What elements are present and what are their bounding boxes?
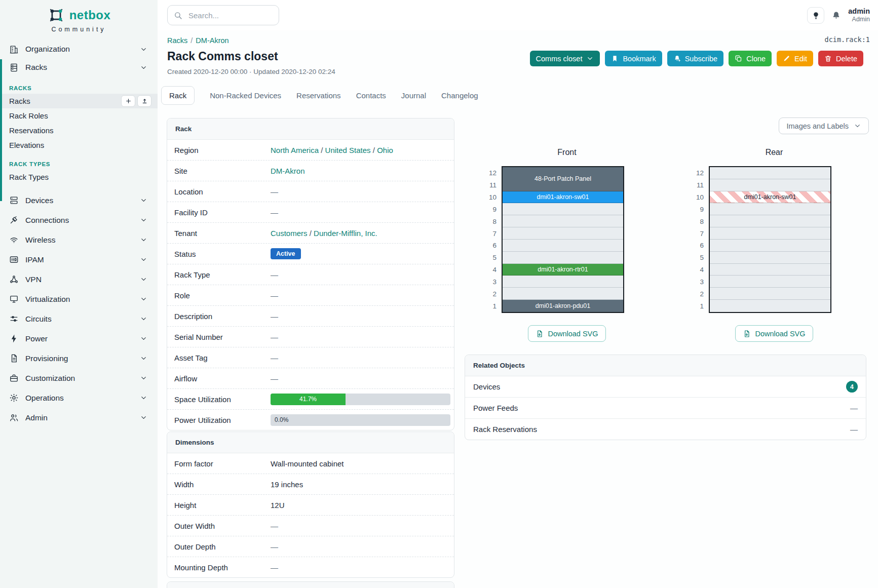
rack-panel-body: RegionNorth America / United States / Oh… bbox=[167, 140, 454, 430]
chevron-down-icon bbox=[140, 374, 147, 382]
tab-non-racked-devices[interactable]: Non-Racked Devices bbox=[210, 87, 281, 104]
sidebar-item-rack-types[interactable]: Rack Types bbox=[0, 170, 158, 184]
field-row-rack-type: Rack Type— bbox=[167, 264, 454, 285]
sidebar-item-admin[interactable]: Admin bbox=[0, 408, 158, 427]
edit-button[interactable]: Edit bbox=[777, 51, 813, 66]
sidebar-item-reservations[interactable]: Reservations bbox=[0, 123, 158, 138]
object-identifier: dcim.rack:1 bbox=[825, 35, 870, 44]
power-utilization-bar: 0.0% bbox=[271, 414, 450, 426]
field-row-site: SiteDM-Akron bbox=[167, 160, 454, 181]
brand-tagline: Community bbox=[0, 26, 158, 33]
user-role: Admin bbox=[848, 16, 870, 23]
import-racks-button[interactable] bbox=[137, 95, 151, 107]
delete-button[interactable]: Delete bbox=[818, 51, 863, 66]
sidebar-item-ipam[interactable]: IPAM bbox=[0, 250, 158, 269]
dimensions-panel: Dimensions Form factorWall-mounted cabin… bbox=[167, 432, 454, 578]
region-link[interactable]: North America bbox=[271, 146, 319, 154]
file-download-icon bbox=[536, 330, 544, 338]
search-input[interactable] bbox=[187, 11, 265, 20]
sidebar-item-organization[interactable]: Organization bbox=[0, 40, 158, 58]
tab-journal[interactable]: Journal bbox=[401, 87, 426, 104]
rack-panel-title: Rack bbox=[167, 119, 454, 140]
site-link[interactable]: DM-Akron bbox=[271, 167, 305, 175]
action-buttons: Comms closetBookmarkSubscribeCloneEditDe… bbox=[530, 51, 863, 66]
tenant-link[interactable]: Customers bbox=[271, 229, 308, 238]
field-row-region: RegionNorth America / United States / Oh… bbox=[167, 140, 454, 160]
clone-button[interactable]: Clone bbox=[729, 51, 772, 66]
count-badge: 4 bbox=[846, 381, 858, 393]
subscribe-button[interactable]: Subscribe bbox=[667, 51, 723, 66]
notifications-bell-icon[interactable] bbox=[831, 11, 841, 20]
trash-icon bbox=[824, 55, 832, 62]
unit-number: 1 bbox=[689, 300, 709, 312]
field-row-outer-depth: Outer Depth— bbox=[167, 536, 454, 557]
sliders-icon bbox=[9, 314, 19, 324]
rack-name-menu-button[interactable]: Comms closet bbox=[530, 51, 600, 66]
sidebar-item-customization[interactable]: Customization bbox=[0, 368, 158, 388]
user-menu[interactable]: admin Admin bbox=[848, 7, 870, 23]
rack-slot-empty bbox=[710, 215, 830, 227]
chevron-down-icon bbox=[140, 276, 147, 283]
gear-icon bbox=[9, 393, 19, 403]
upload-icon bbox=[141, 98, 148, 104]
sidebar-item-virtualization[interactable]: Virtualization bbox=[0, 289, 158, 309]
rack-device-dmi01-akron-rtr01[interactable]: dmi01-akron-rtr01 bbox=[503, 264, 623, 276]
rack-device-dmi01-akron-pdu01[interactable]: dmi01-akron-pdu01 bbox=[503, 300, 623, 312]
tab-contacts[interactable]: Contacts bbox=[356, 87, 386, 104]
unit-number: 10 bbox=[481, 191, 502, 204]
next-panel-cutoff bbox=[167, 581, 454, 588]
sidebar-item-power[interactable]: Power bbox=[0, 329, 158, 348]
search-icon bbox=[174, 11, 182, 20]
sidebar-item-operations[interactable]: Operations bbox=[0, 388, 158, 408]
rack-slot-empty bbox=[503, 252, 623, 264]
dimensions-panel-body: Form factorWall-mounted cabinetWidth19 i… bbox=[167, 453, 454, 577]
elevation-rear: Rear 121110987654321 dmi01-akron-sw01 Do… bbox=[689, 148, 835, 342]
rack-icon bbox=[9, 63, 19, 72]
tab-rack[interactable]: Rack bbox=[161, 86, 195, 105]
sidebar-item-devices[interactable]: Devices bbox=[0, 190, 158, 210]
brand-name: netbox bbox=[69, 8, 111, 22]
tenant-link[interactable]: Dunder-Mifflin, Inc. bbox=[314, 229, 377, 238]
chevron-down-icon bbox=[140, 355, 147, 362]
status-badge: Active bbox=[271, 248, 301, 259]
rack-slot-empty bbox=[710, 203, 830, 215]
download-svg-button-rear[interactable]: Download SVG bbox=[735, 325, 813, 342]
bookmark-button[interactable]: Bookmark bbox=[605, 51, 662, 66]
tab-reservations[interactable]: Reservations bbox=[296, 87, 341, 104]
unit-number: 5 bbox=[481, 252, 502, 264]
region-link[interactable]: United States bbox=[325, 146, 371, 154]
region-link[interactable]: Ohio bbox=[377, 146, 393, 154]
topbar-right: admin Admin bbox=[807, 0, 870, 30]
netbox-logo[interactable]: netbox Community bbox=[0, 0, 158, 33]
unit-numbers-column: 121110987654321 bbox=[481, 166, 502, 313]
sidebar-item-connections[interactable]: Connections bbox=[0, 210, 158, 230]
unit-number: 6 bbox=[689, 240, 709, 252]
theme-toggle-button[interactable] bbox=[807, 7, 824, 24]
sidebar-item-elevations[interactable]: Elevations bbox=[0, 138, 158, 152]
active-section-rail bbox=[0, 59, 2, 201]
add-rack-button[interactable] bbox=[121, 95, 135, 107]
images-labels-toggle[interactable]: Images and Labels bbox=[779, 117, 869, 134]
tab-changelog[interactable]: Changelog bbox=[441, 87, 478, 104]
rack-device-48-port-patch-panel[interactable]: 48-Port Patch Panel bbox=[503, 167, 623, 191]
sidebar-item-rack-roles[interactable]: Rack Roles bbox=[0, 108, 158, 123]
rack-slot-empty bbox=[710, 300, 830, 312]
sidebar-item-vpn[interactable]: VPN bbox=[0, 269, 158, 289]
sidebar-item-wireless[interactable]: Wireless bbox=[0, 230, 158, 250]
unit-number: 7 bbox=[689, 227, 709, 240]
unit-number: 10 bbox=[689, 191, 709, 204]
sidebar-item-circuits[interactable]: Circuits bbox=[0, 309, 158, 329]
rack-slot-empty bbox=[503, 288, 623, 300]
breadcrumb-racks-link[interactable]: Racks bbox=[167, 36, 187, 45]
topbar: admin Admin bbox=[158, 0, 878, 31]
wifi-icon bbox=[9, 235, 19, 245]
download-svg-button-front[interactable]: Download SVG bbox=[528, 325, 605, 342]
sidebar-item-racks[interactable]: Racks bbox=[0, 94, 158, 108]
breadcrumb-site-link[interactable]: DM-Akron bbox=[196, 36, 228, 45]
rack-device-dmi01-akron-sw01[interactable]: dmi01-akron-sw01 bbox=[710, 191, 830, 204]
sidebar-item-provisioning[interactable]: Provisioning bbox=[0, 348, 158, 368]
rack-device-dmi01-akron-sw01[interactable]: dmi01-akron-sw01 bbox=[503, 191, 623, 204]
related-row-devices[interactable]: Devices4 bbox=[465, 376, 866, 397]
sidebar-item-racks[interactable]: Racks bbox=[0, 58, 158, 76]
sidebar-group-header-rack-types: RACK TYPES bbox=[9, 161, 158, 167]
